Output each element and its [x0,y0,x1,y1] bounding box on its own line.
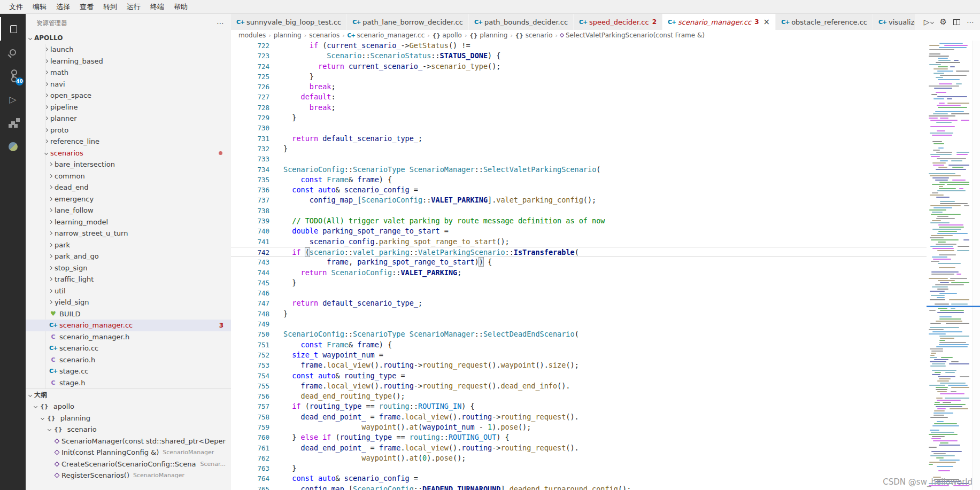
code-line[interactable]: 729} [231,113,927,123]
outline-item-scenario[interactable]: {}scenario [26,424,231,435]
run-debug-icon[interactable]: ▷ [0,88,26,111]
breadcrumb-item[interactable]: {}planning [469,32,507,39]
tree-folder-learning_based[interactable]: learning_based [26,56,231,67]
code-line[interactable]: 726break; [231,82,927,92]
tree-folder-scenarios[interactable]: scenarios [26,147,231,159]
tab-visualizer.cc[interactable]: C+visualizer.cc [873,14,915,30]
menu-item-0[interactable]: 文件 [4,2,28,12]
code-line[interactable]: 731return default_scenario_type_; [231,134,927,144]
breadcrumb-item[interactable]: scenarios [309,32,339,39]
code-line[interactable]: 746 [231,288,927,298]
code-line[interactable]: 739// TODO(All) trigger valet parking by… [231,216,927,226]
close-icon[interactable]: × [763,18,770,26]
code-line[interactable]: 738 [231,206,927,216]
minimap[interactable] [927,41,972,490]
overview-ruler-scrollbar[interactable] [972,41,980,490]
code-line[interactable]: 747return default_scenario_type_; [231,298,927,308]
code-line[interactable]: 742if (scenario::valet_parking::ValetPar… [231,247,927,257]
outline-item-planning[interactable]: {}planning [26,413,231,424]
code-line[interactable]: 758dead_end_point_ = frame.local_view().… [231,412,927,422]
menu-item-3[interactable]: 查看 [75,2,98,12]
tree-folder-bare_intersection[interactable]: bare_intersection [26,159,231,170]
code-line[interactable]: 750ScenarioConfig::ScenarioType Scenario… [231,329,927,339]
code-line[interactable]: 734ScenarioConfig::ScenarioType Scenario… [231,165,927,175]
code-line[interactable]: 743frame, parking_spot_range_to_start)) … [231,257,927,267]
breadcrumb-item[interactable]: planning [274,32,302,39]
tree-folder-dead_end[interactable]: dead_end [26,182,231,193]
tree-folder-park[interactable]: park [26,239,231,251]
code-line[interactable]: 730 [231,123,927,133]
outline-item-ScenarioManager-const-st[interactable]: ScenarioManager(const std::shared_ptr<De… [26,435,231,447]
code-line[interactable]: 727default: [231,92,927,102]
tree-file-scenario_manager.cc[interactable]: C+scenario_manager.cc3 [26,320,231,331]
tree-folder-util[interactable]: util [26,285,231,297]
tree-folder-common[interactable]: common [26,170,231,182]
menu-item-5[interactable]: 运行 [122,2,145,12]
outline-item-CreateScenario-ScenarioC[interactable]: CreateScenario(ScenarioConfig::ScenarioT… [26,458,231,470]
code-line[interactable]: 722if (current_scenario_->GetStatus() != [231,41,927,51]
code-line[interactable]: 736const auto& scenario_config = [231,185,927,195]
code-line[interactable]: 725} [231,72,927,82]
tree-file-scenario.cc[interactable]: C+scenario.cc [26,343,231,354]
tree-folder-stop_sign[interactable]: stop_sign [26,262,231,274]
more-actions-icon[interactable]: ⋯ [217,19,225,27]
code-line[interactable]: 756dead_end_routing_type(); [231,391,927,401]
tree-folder-math[interactable]: math [26,67,231,79]
code-line[interactable]: 737config_map_[ScenarioConfig::VALET_PAR… [231,195,927,205]
search-icon[interactable] [0,41,26,64]
tree-folder-navi[interactable]: navi [26,79,231,90]
code-line[interactable]: 745} [231,278,927,288]
code-line[interactable]: 755frame.local_view().routing->routing_r… [231,381,927,391]
outline-item-Init-const-PlanningConfi[interactable]: Init(const PlanningConfig &)ScenarioMana… [26,447,231,458]
python-extension-icon[interactable] [0,135,26,158]
tree-folder-yield_sign[interactable]: yield_sign [26,297,231,308]
tree-folder-narrow_street_u_turn[interactable]: narrow_street_u_turn [26,228,231,239]
code-line[interactable]: 760} else if (routing_type == routing::R… [231,432,927,442]
tab-path_bounds_decider.cc[interactable]: C+path_bounds_decider.cc [469,14,573,30]
code-line[interactable]: 754const auto& routing_type = [231,371,927,381]
code-line[interactable]: 723Scenario::ScenarioStatus::STATUS_DONE… [231,51,927,61]
code-line[interactable]: 724return current_scenario_->scenario_ty… [231,61,927,72]
code-line[interactable]: 749 [231,319,927,329]
code-line[interactable]: 765config_map_[ScenarioConfig::DEADEND_T… [231,484,927,490]
explorer-icon[interactable] [0,17,26,41]
code-line[interactable]: 733 [231,154,927,164]
tab-speed_decider.cc[interactable]: C+speed_decider.cc2 [574,14,662,30]
more-actions-icon[interactable]: ⋯ [967,18,975,26]
split-editor-icon[interactable] [953,19,960,25]
tree-folder-park_and_go[interactable]: park_and_go [26,251,231,262]
code-line[interactable]: 740double parking_spot_range_to_start = [231,226,927,236]
tree-file-stage.h[interactable]: Cstage.h [26,377,231,389]
tab-scenario_manager.cc[interactable]: C+scenario_manager.cc3× [662,14,775,30]
code-line[interactable]: 753frame.local_view().routing->routing_r… [231,360,927,370]
tree-folder-learning_model[interactable]: learning_model [26,216,231,228]
code-line[interactable]: 728break; [231,103,927,113]
tree-folder-pipeline[interactable]: pipeline [26,102,231,113]
code-line[interactable]: 744return ScenarioConfig::VALET_PARKING; [231,268,927,278]
code-line[interactable]: 764const auto& scenario_config = [231,473,927,484]
menu-item-4[interactable]: 转到 [98,2,122,12]
outline-item-apollo[interactable]: {}apollo [26,401,231,413]
code-line[interactable]: 757if (routing_type == routing::ROUTING_… [231,401,927,411]
source-control-icon[interactable]: 40 [0,64,26,88]
breadcrumb-item[interactable]: modules [238,32,266,39]
tree-folder-emergency[interactable]: emergency [26,193,231,205]
code-line[interactable]: 748} [231,309,927,319]
tab-obstacle_reference.cc[interactable]: C+obstacle_reference.cc [776,14,873,30]
code-line[interactable]: 751const Frame& frame) { [231,340,927,350]
tree-folder-lane_follow[interactable]: lane_follow [26,205,231,216]
menu-item-2[interactable]: 选择 [51,2,75,12]
tab-path_lane_borrow_decider.cc[interactable]: C+path_lane_borrow_decider.cc [347,14,468,30]
tab-sunnyvale_big_loop_test.cc[interactable]: C+sunnyvale_big_loop_test.cc [231,14,346,30]
menu-item-6[interactable]: 终端 [145,2,169,12]
breadcrumb-item[interactable]: {}scenario [515,32,553,39]
menu-item-1[interactable]: 编辑 [28,2,51,12]
run-or-debug-icon[interactable]: ▷ [924,18,933,26]
code-line[interactable]: 735const Frame& frame) { [231,175,927,185]
menu-item-7[interactable]: 帮助 [169,2,192,12]
tree-file-stage.cc[interactable]: C+stage.cc [26,365,231,377]
tree-folder-traffic_light[interactable]: traffic_light [26,274,231,285]
project-section-header[interactable]: APOLLO [26,32,231,44]
code-line[interactable]: 761dead_end_point_ = frame.local_view().… [231,443,927,453]
code-line[interactable]: 763} [231,463,927,473]
